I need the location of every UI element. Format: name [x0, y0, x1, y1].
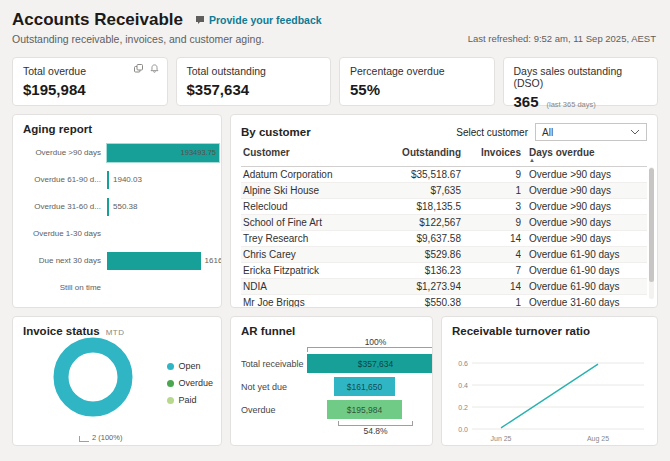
- funnel-bar[interactable]: $357,634: [307, 354, 433, 373]
- cell-outstanding: $122,567: [381, 217, 461, 228]
- bar-value-label: 161650: [205, 256, 222, 265]
- turnover-title: Receivable turnover ratio: [452, 325, 647, 337]
- customer-dropdown-value: All: [542, 127, 553, 138]
- cell-outstanding: $9,637.58: [381, 233, 461, 244]
- kpi-label: Percentage overdue: [350, 65, 484, 77]
- scrollbar-thumb[interactable]: [649, 168, 654, 282]
- aging-chart: Overdue >90 days193493.75Overdue 61-90 d…: [23, 139, 211, 301]
- customer-table-body: Adatum Corporation$35,518.679Overdue >90…: [241, 167, 647, 308]
- copy-icon[interactable]: [134, 64, 143, 73]
- aging-bar[interactable]: 193493.75: [107, 144, 219, 162]
- aging-bar[interactable]: [107, 171, 109, 189]
- cell-customer: Adatum Corporation: [241, 169, 381, 180]
- select-customer-label: Select customer: [456, 127, 528, 138]
- col-outstanding[interactable]: Outstanding: [381, 147, 461, 158]
- customer-table-header[interactable]: Customer Outstanding Invoices Days overd…: [241, 147, 647, 167]
- aging-report-panel: Aging report Overdue >90 days193493.75Ov…: [12, 114, 222, 308]
- cell-outstanding: $7,635: [381, 185, 461, 196]
- legend-dot: [167, 363, 174, 370]
- table-row[interactable]: Relecloud$18,135.53Overdue >90 days: [241, 199, 647, 215]
- table-row[interactable]: School of Fine Art$122,5679Overdue >90 d…: [241, 215, 647, 231]
- by-customer-title: By customer: [241, 126, 311, 138]
- cell-invoices: 14: [461, 281, 521, 292]
- annotation-leader-line: [79, 436, 89, 442]
- kpi-dso[interactable]: Days sales outstanding (DSO) 365 (last 3…: [503, 57, 659, 106]
- by-customer-panel: By customer Select customer All Customer…: [230, 114, 658, 308]
- x-tick-label: Jun 25: [490, 435, 511, 442]
- aging-chart-row: Overdue 1-30 days: [23, 220, 211, 247]
- aging-bar[interactable]: [107, 252, 201, 270]
- bell-icon[interactable]: [150, 64, 159, 73]
- table-row[interactable]: NDIA$1,273.9414Overdue 61-90 days: [241, 279, 647, 295]
- kpi-total-overdue[interactable]: Total overdue $195,984: [12, 57, 168, 106]
- sort-ascending-icon: ▲: [529, 158, 647, 162]
- kpi-total-outstanding[interactable]: Total outstanding $357,634: [176, 57, 332, 106]
- cell-customer: Relecloud: [241, 201, 381, 212]
- invoice-status-donut[interactable]: [45, 335, 141, 421]
- last-refreshed: Last refreshed: 9:52 am, 11 Sep 2025, AE…: [468, 33, 656, 44]
- cell-days-overdue: Overdue 61-90 days: [529, 265, 647, 276]
- cell-days-overdue: Overdue 61-90 days: [529, 281, 647, 292]
- invoice-status-panel: Invoice status MTD 2 (100%) OpenOverdueP…: [12, 316, 222, 446]
- cell-customer: School of Fine Art: [241, 217, 381, 228]
- funnel-bottom-percent: 54.8%: [307, 426, 433, 436]
- col-days-overdue[interactable]: Days overdue ▲: [529, 147, 647, 162]
- feedback-icon: [195, 15, 205, 25]
- bar-value-label: 193493.75: [181, 148, 219, 157]
- legend-label: Paid: [178, 395, 196, 405]
- y-tick-label: 0.2: [458, 404, 468, 411]
- customer-dropdown[interactable]: All: [535, 123, 647, 141]
- table-scrollbar[interactable]: [649, 167, 654, 299]
- kpi-value: $195,984: [23, 81, 86, 98]
- col-invoices[interactable]: Invoices: [461, 147, 521, 158]
- cell-days-overdue: Overdue >90 days: [529, 233, 647, 244]
- cell-days-overdue: Overdue >90 days: [529, 185, 647, 196]
- cell-invoices: 1: [461, 297, 521, 308]
- aging-category-label: Overdue 61-90 d...: [23, 175, 107, 184]
- aging-chart-row: Due next 30 days161650: [23, 247, 211, 274]
- aging-category-label: Overdue >90 days: [23, 148, 107, 157]
- kpi-row: Total overdue $195,984 Total outstanding…: [12, 57, 658, 106]
- feedback-link[interactable]: Provide your feedback: [195, 14, 322, 26]
- cell-outstanding: $529.86: [381, 249, 461, 260]
- table-row[interactable]: Chris Carey$529.864Overdue 61-90 days: [241, 247, 647, 263]
- table-row[interactable]: Mr Joe Briggs$550.381Overdue 31-60 days: [241, 295, 647, 308]
- cell-customer: Mr Joe Briggs: [241, 297, 381, 308]
- table-row[interactable]: Adatum Corporation$35,518.679Overdue >90…: [241, 167, 647, 183]
- y-tick-label: 0.6: [458, 360, 468, 367]
- table-row[interactable]: Alpine Ski House$7,6351Overdue >90 days: [241, 183, 647, 199]
- funnel-top-percent: 100%: [307, 337, 433, 347]
- kpi-value: 365: [514, 93, 539, 110]
- kpi-label: Total outstanding: [187, 65, 321, 77]
- funnel-category-label: Total receivable: [241, 359, 307, 369]
- aging-chart-row: Still on time: [23, 274, 211, 301]
- aging-category-label: Overdue 1-30 days: [23, 229, 107, 238]
- col-customer[interactable]: Customer: [241, 147, 381, 158]
- cell-invoices: 1: [461, 185, 521, 196]
- cell-invoices: 9: [461, 169, 521, 180]
- cell-customer: NDIA: [241, 281, 381, 292]
- legend-item-overdue[interactable]: Overdue: [167, 378, 213, 388]
- cell-outstanding: $1,273.94: [381, 281, 461, 292]
- cell-outstanding: $35,518.67: [381, 169, 461, 180]
- legend-item-paid[interactable]: Paid: [167, 395, 213, 405]
- turnover-chart: 0.00.20.40.6Jun 25Aug 25: [452, 339, 648, 446]
- funnel-bar[interactable]: $195,984: [327, 400, 402, 419]
- kpi-percentage-overdue[interactable]: Percentage overdue 55%: [339, 57, 495, 106]
- cell-invoices: 4: [461, 249, 521, 260]
- ar-funnel-title: AR funnel: [241, 325, 422, 337]
- cell-invoices: 7: [461, 265, 521, 276]
- donut-ring: [61, 345, 125, 409]
- table-row[interactable]: Trey Research$9,637.5814Overdue >90 days: [241, 231, 647, 247]
- kpi-note: (last 365 days): [547, 100, 596, 109]
- funnel-bar[interactable]: $161,650: [334, 377, 396, 396]
- accounts-receivable-dashboard: Accounts Receivable Provide your feedbac…: [0, 0, 670, 454]
- cell-customer: Trey Research: [241, 233, 381, 244]
- legend-item-open[interactable]: Open: [167, 361, 213, 371]
- cell-outstanding: $18,135.5: [381, 201, 461, 212]
- funnel-chart: 100%Total receivable$357,634Not yet due$…: [241, 337, 422, 436]
- table-row[interactable]: Ericka Fitzpatrick$136.237Overdue 61-90 …: [241, 263, 647, 279]
- legend-dot: [167, 397, 174, 404]
- aging-bar[interactable]: [107, 198, 109, 216]
- kpi-value: 55%: [350, 81, 380, 98]
